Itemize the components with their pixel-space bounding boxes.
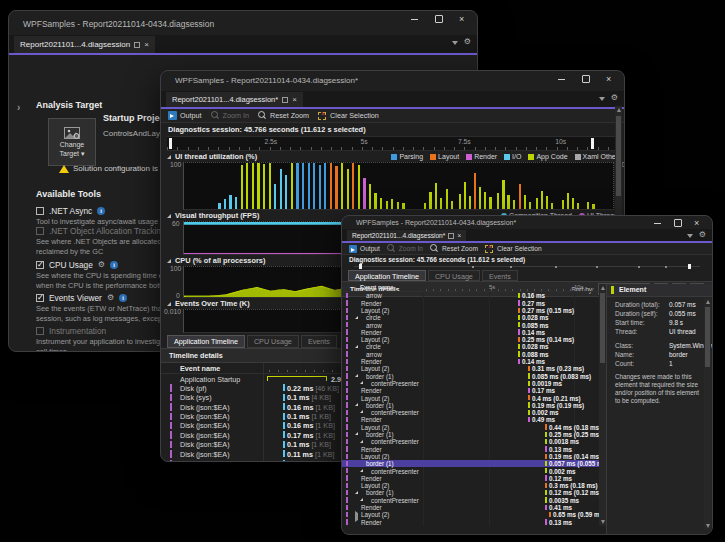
duration-bar[interactable]: [549, 512, 551, 517]
reset-zoom-button[interactable]: Reset Zoom: [258, 111, 309, 120]
utilization-bar[interactable]: [386, 201, 388, 209]
field-label[interactable]: Count:: [615, 360, 634, 367]
disk-event-tick[interactable]: [283, 384, 285, 391]
thread-marker[interactable]: [346, 417, 348, 422]
tab-options-gear-icon[interactable]: ⚙: [699, 231, 706, 239]
ruler-label[interactable]: 10s: [555, 138, 566, 145]
ruler-tick[interactable]: [208, 147, 209, 150]
ruler-tick[interactable]: [556, 289, 557, 291]
tree-row[interactable]: border (1)0.12 ms (0.12 ms): [342, 489, 599, 496]
ruler-tick[interactable]: [462, 289, 463, 291]
tool-description[interactable]: reclaimed by the GC: [36, 248, 179, 257]
ruler-tick[interactable]: [505, 289, 506, 291]
tree-row[interactable]: arrow0.16 ms: [342, 292, 599, 299]
legend-label[interactable]: Layout: [438, 153, 459, 160]
header-tick[interactable]: [314, 370, 315, 372]
utilization-bar[interactable]: [380, 198, 382, 209]
ruler-tick[interactable]: [362, 147, 363, 150]
duration-bar[interactable]: [518, 293, 520, 298]
thread-marker[interactable]: [346, 497, 348, 502]
tool-gear-icon[interactable]: ⚙: [98, 261, 105, 269]
duration-bar[interactable]: [545, 497, 547, 502]
legend-label[interactable]: Xaml Other: [583, 153, 618, 160]
ruler-tick[interactable]: [520, 289, 521, 291]
utilization-bar[interactable]: [235, 197, 237, 209]
ruler-tick[interactable]: [382, 147, 383, 150]
header-tick[interactable]: [296, 370, 297, 372]
utilization-bar[interactable]: [319, 165, 321, 209]
info-icon[interactable]: i: [119, 294, 127, 302]
duration-bar[interactable]: [518, 337, 520, 342]
ruler-tick[interactable]: [426, 289, 427, 291]
duration-bar[interactable]: [528, 417, 530, 422]
thread-marker[interactable]: [170, 450, 172, 457]
ruler-tick[interactable]: [587, 147, 588, 150]
duration-value[interactable]: 30.16 ms [520 KB]: [287, 459, 347, 462]
ruler-tick[interactable]: [527, 289, 528, 291]
clear-selection-button[interactable]: Clear Selection: [318, 111, 379, 120]
ruler-tick[interactable]: [498, 289, 499, 291]
utilization-bar[interactable]: [252, 163, 254, 209]
tree-row[interactable]: arrow0.085 ms: [342, 321, 599, 328]
output-button[interactable]: Output: [168, 111, 202, 120]
tool-label[interactable]: Instrumentation: [49, 326, 106, 336]
thread-marker[interactable]: [346, 512, 348, 517]
close-icon[interactable]: ×: [606, 75, 614, 83]
tool-checkbox[interactable]: [36, 227, 44, 235]
ruler-tick[interactable]: [476, 289, 477, 291]
duration-value[interactable]: 0.16 ms [1 KB]: [287, 403, 335, 412]
ruler-tick[interactable]: [570, 289, 571, 291]
utilization-bar[interactable]: [577, 203, 579, 209]
disk-event-tick[interactable]: [283, 441, 285, 448]
utilization-bar[interactable]: [484, 192, 486, 209]
utilization-bar[interactable]: [502, 180, 504, 209]
header-tick[interactable]: [332, 370, 333, 372]
utilization-bar[interactable]: [341, 163, 343, 209]
legend-swatch[interactable]: [430, 154, 436, 160]
column-separator[interactable]: [263, 421, 264, 430]
minimize-icon[interactable]: [654, 219, 662, 227]
info-icon[interactable]: i: [97, 207, 105, 215]
thread-marker[interactable]: [346, 446, 348, 451]
event-name[interactable]: Disk (json:$EA): [180, 403, 230, 412]
field-label[interactable]: Thread:: [615, 328, 637, 335]
duration-bar[interactable]: [545, 468, 547, 473]
thread-marker[interactable]: [346, 490, 348, 495]
pin-icon[interactable]: [448, 233, 454, 239]
panel-vertical-scrollbar[interactable]: [704, 298, 711, 530]
ruler-tick[interactable]: [495, 147, 496, 150]
utilization-bar[interactable]: [285, 175, 287, 210]
ruler-tick[interactable]: [448, 289, 449, 291]
maximize-icon[interactable]: [435, 15, 443, 23]
ruler-tick[interactable]: [546, 147, 547, 150]
tab-application-timeline[interactable]: Application Timeline: [348, 270, 426, 281]
tool-description[interactable]: See where .NET Objects are allocated and: [36, 238, 179, 247]
duration-bar[interactable]: [518, 322, 520, 327]
tab-options-gear-icon[interactable]: ⚙: [464, 38, 471, 46]
tab-close-icon[interactable]: ×: [144, 40, 149, 49]
utilization-bar[interactable]: [497, 193, 499, 209]
scrollbar-thumb[interactable]: [600, 293, 605, 363]
tool-checkbox[interactable]: [36, 261, 44, 269]
thread-marker[interactable]: [346, 315, 348, 320]
tool-item[interactable]: .NET Object Allocation TrackingiSee wher…: [36, 226, 179, 256]
tree-row[interactable]: Render0.14 ms: [342, 328, 599, 335]
duration-value[interactable]: 0.13 ms: [549, 519, 572, 526]
ruler-tick[interactable]: [577, 147, 578, 150]
field-label[interactable]: Duration (total):: [615, 301, 660, 308]
title-bar[interactable]: WPFSamples - Report20211014-0434.diagses…: [161, 71, 624, 91]
duration-bar[interactable]: [528, 410, 530, 415]
event-name[interactable]: Disk (json:$EA): [180, 421, 230, 430]
ruler-tick[interactable]: [563, 289, 564, 291]
pin-icon[interactable]: [134, 42, 140, 48]
ruler-tick[interactable]: [177, 147, 178, 150]
element-field[interactable]: Class:System.Windows...: [607, 342, 712, 351]
duration-bar[interactable]: [545, 475, 547, 480]
thread-marker[interactable]: [170, 431, 172, 438]
tab-application-timeline[interactable]: Application Timeline: [167, 335, 245, 348]
tool-row[interactable]: .NET Object Allocation Trackingi: [36, 226, 179, 236]
header-tick[interactable]: [305, 370, 306, 372]
tree-row[interactable]: Layout (2)0.44 ms (0.18 ms): [342, 423, 599, 430]
utilization-bar[interactable]: [572, 198, 574, 209]
utilization-bar[interactable]: [464, 182, 466, 209]
